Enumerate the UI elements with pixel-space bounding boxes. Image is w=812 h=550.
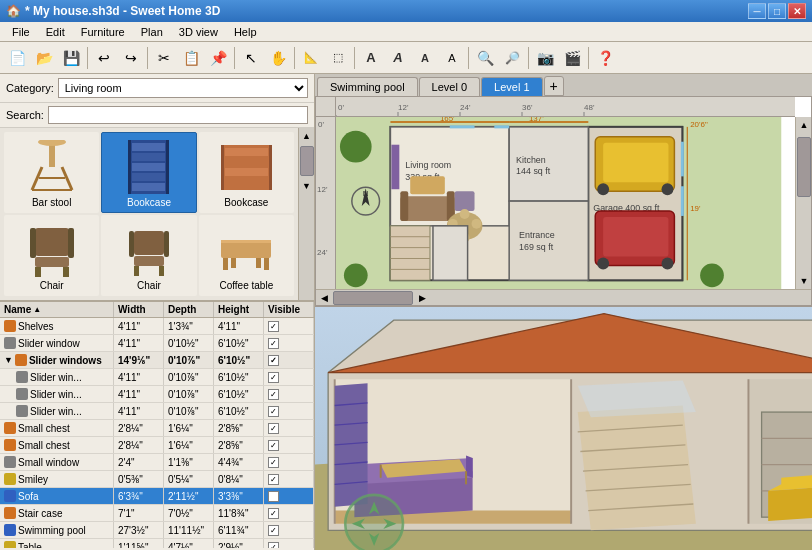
tb-paste[interactable]: 📌 [205,45,231,71]
row-visible[interactable]: ✓ [264,539,314,548]
tb-cut[interactable]: ✂ [151,45,177,71]
h-scroll-thumb[interactable] [333,291,413,305]
table-row[interactable]: Slider win... 4'11" 0'10⅞" 6'10½" ✓ [0,369,314,386]
visibility-checkbox[interactable]: ✓ [268,474,279,485]
furniture-item-bookcase-selected[interactable]: Bookcase [101,132,196,213]
tb-wall[interactable]: 📐 [298,45,324,71]
visibility-checkbox[interactable]: ✓ [268,525,279,536]
v-scroll-up[interactable]: ▲ [796,117,812,133]
visibility-checkbox[interactable]: ✓ [268,338,279,349]
table-row[interactable]: Slider win... 4'11" 0'10⅞" 6'10½" ✓ [0,386,314,403]
category-select[interactable]: Living room Bedroom Kitchen Bathroom [58,78,308,98]
2d-vscrollbar[interactable]: ▲ ▼ [795,117,811,289]
row-visible[interactable]: ✓ [264,318,314,334]
v-scroll-thumb[interactable] [797,137,811,197]
visibility-checkbox[interactable]: ✓ [268,372,279,383]
menu-file[interactable]: File [4,24,38,40]
table-row[interactable]: Slider win... 4'11" 0'10⅞" 6'10½" ✓ [0,403,314,420]
tb-photo[interactable]: 📷 [532,45,558,71]
visibility-checkbox[interactable]: ✓ [268,423,279,434]
menu-help[interactable]: Help [226,24,265,40]
row-visible[interactable]: ✓ [264,522,314,538]
visibility-checkbox[interactable]: ✓ [268,440,279,451]
expand-icon[interactable]: ▼ [4,355,13,365]
menu-plan[interactable]: Plan [133,24,171,40]
tb-open[interactable]: 📂 [31,45,57,71]
add-tab-button[interactable]: + [544,76,564,96]
table-row[interactable]: Shelves 4'11" 1'3¾" 4'11" ✓ [0,318,314,335]
row-visible[interactable]: ✓ [264,386,314,402]
furniture-item-bar-stool[interactable]: Bar stool [4,132,99,213]
tb-textd[interactable]: A [439,45,465,71]
scroll-right-arrow[interactable]: ▶ [414,290,430,306]
furniture-item-coffee-table[interactable]: Coffee table [199,215,294,296]
tab-level0[interactable]: Level 0 [419,77,480,96]
row-visible[interactable]: ✓ [264,437,314,453]
tb-textb[interactable]: A [385,45,411,71]
table-row[interactable]: Swimming pool 27'3½" 11'11½" 6'11¾" ✓ [0,522,314,539]
tb-texta[interactable]: A [358,45,384,71]
tb-copy[interactable]: 📋 [178,45,204,71]
tb-help[interactable]: ❓ [592,45,618,71]
table-row[interactable]: Smiley 0'5⅜" 0'5¼" 0'8¼" ✓ [0,471,314,488]
table-row[interactable]: Small chest 2'8¼" 1'6¼" 2'8⅝" ✓ [0,437,314,454]
row-visible[interactable]: ✓ [264,420,314,436]
row-visible[interactable]: ✓ [264,352,314,368]
scroll-thumb[interactable] [300,146,314,176]
tb-textc[interactable]: A [412,45,438,71]
row-visible[interactable]: ✓ [264,403,314,419]
row-visible[interactable]: ✓ [264,454,314,470]
row-visible[interactable]: ✓ [264,335,314,351]
menu-furniture[interactable]: Furniture [73,24,133,40]
tb-undo[interactable]: ↩ [91,45,117,71]
col-name[interactable]: Name ▲ [0,302,114,317]
col-width[interactable]: Width [114,302,164,317]
table-row[interactable]: Table 1'11⅝" 4'7½" 2'9½" ✓ [0,539,314,548]
visibility-checkbox[interactable]: ✓ [268,406,279,417]
table-row[interactable]: Stair case 7'1" 7'0½" 11'8¾" ✓ [0,505,314,522]
furniture-scrollbar[interactable]: ▲ ▼ [298,128,314,300]
tb-room[interactable]: ⬚ [325,45,351,71]
visibility-checkbox[interactable]: ✓ [268,542,279,549]
close-button[interactable]: ✕ [788,3,806,19]
row-visible[interactable]: ✓ [264,488,314,504]
table-row[interactable]: Slider window 4'11" 0'10½" 6'10½" ✓ [0,335,314,352]
scroll-down-arrow[interactable]: ▼ [299,178,315,194]
tb-video[interactable]: 🎬 [559,45,585,71]
tb-pan[interactable]: ✋ [265,45,291,71]
visibility-checkbox[interactable]: ✓ [268,491,279,502]
col-depth[interactable]: Depth [164,302,214,317]
visibility-checkbox[interactable]: ✓ [268,457,279,468]
search-input[interactable] [48,106,308,124]
visibility-checkbox[interactable]: ✓ [268,508,279,519]
furniture-item-bookcase2[interactable]: Bookcase [199,132,294,213]
tb-save[interactable]: 💾 [58,45,84,71]
row-visible[interactable]: ✓ [264,369,314,385]
row-visible[interactable]: ✓ [264,471,314,487]
table-row[interactable]: ▼ Slider windows 14'9⅛" 0'10⅞" 6'10½" ✓ [0,352,314,369]
tab-level1[interactable]: Level 1 [481,77,542,96]
tb-new[interactable]: 📄 [4,45,30,71]
tb-select[interactable]: ↖ [238,45,264,71]
2d-hscrollbar[interactable]: ◀ ▶ [316,289,811,305]
menu-3dview[interactable]: 3D view [171,24,226,40]
table-row[interactable]: Small window 2'4" 1'1⅜" 4'4¾" ✓ [0,454,314,471]
tb-redo[interactable]: ↪ [118,45,144,71]
col-height[interactable]: Height [214,302,264,317]
furniture-item-chair1[interactable]: Chair [4,215,99,296]
tb-zoom-in[interactable]: 🔍 [472,45,498,71]
tab-swimming-pool[interactable]: Swimming pool [317,77,418,96]
scroll-up-arrow[interactable]: ▲ [299,128,315,144]
minimize-button[interactable]: ─ [748,3,766,19]
menu-edit[interactable]: Edit [38,24,73,40]
visibility-checkbox[interactable]: ✓ [268,389,279,400]
tb-zoom-out[interactable]: 🔎 [499,45,525,71]
row-visible[interactable]: ✓ [264,505,314,521]
visibility-checkbox[interactable]: ✓ [268,355,279,366]
table-row[interactable]: Sofa 6'3¾" 2'11½" 3'3⅜" ✓ [0,488,314,505]
furniture-item-chair2[interactable]: Chair [101,215,196,296]
table-row[interactable]: Small chest 2'8¼" 1'6¼" 2'8⅝" ✓ [0,420,314,437]
scroll-left-arrow[interactable]: ◀ [316,290,332,306]
col-visible[interactable]: Visible [264,302,314,317]
v-scroll-down[interactable]: ▼ [796,273,812,289]
